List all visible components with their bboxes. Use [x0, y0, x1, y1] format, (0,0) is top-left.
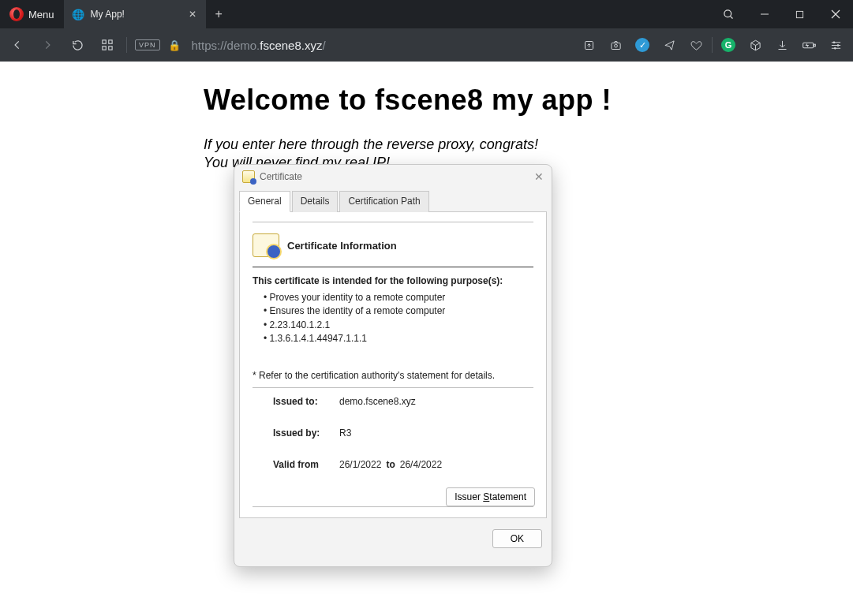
issued-to-value: demo.fscene8.xyz — [339, 396, 416, 407]
browser-tab-active[interactable]: 🌐 My App! ✕ — [64, 0, 206, 28]
certificate-icon — [242, 170, 255, 183]
dialog-body: Certificate Information This certificate… — [239, 212, 547, 518]
purpose-item: Ensures the identity of a remote compute… — [264, 304, 533, 318]
menu-button[interactable]: Menu — [0, 0, 64, 28]
window-minimize-button[interactable] — [746, 0, 782, 28]
issuer-statement-button[interactable]: Issuer Statement — [446, 487, 535, 506]
svg-point-21 — [833, 41, 835, 43]
dialog-tabstrip: General Details Certification Path — [239, 190, 547, 212]
page-line-1: If you enter here through the reverse pr… — [204, 136, 853, 154]
easy-setup-icon[interactable] — [825, 34, 847, 56]
purpose-heading: This certificate is intended for the fol… — [253, 275, 533, 286]
tab-certification-path[interactable]: Certification Path — [339, 191, 428, 212]
send-icon[interactable] — [658, 34, 680, 56]
window-controls — [711, 0, 853, 28]
separator — [126, 37, 127, 53]
purpose-item: 1.3.6.1.4.1.44947.1.1.1 — [264, 332, 533, 345]
svg-rect-17 — [814, 44, 815, 47]
separator — [253, 387, 533, 388]
tab-title: My App! — [91, 9, 125, 20]
purpose-item: Proves your identity to a remote compute… — [264, 291, 533, 304]
download-icon[interactable] — [771, 34, 793, 56]
window-close-button[interactable] — [817, 0, 853, 28]
heart-icon[interactable] — [685, 34, 707, 56]
nav-back-button[interactable] — [6, 34, 28, 56]
opera-logo-icon — [9, 7, 24, 21]
menu-label: Menu — [28, 9, 54, 21]
dialog-close-icon[interactable]: ✕ — [534, 170, 544, 183]
url-subdomain: demo. — [227, 39, 260, 52]
svg-point-13 — [614, 44, 617, 47]
valid-from-label: Valid from — [273, 459, 339, 470]
svg-rect-9 — [109, 47, 112, 50]
issued-by-value: R3 — [339, 427, 351, 439]
issued-by-label: Issued by: — [273, 427, 339, 439]
new-tab-button[interactable]: + — [206, 0, 232, 28]
valid-from-value: 26/1/2022 — [339, 459, 381, 470]
snapshot-icon[interactable] — [604, 34, 627, 56]
address-bar: VPN 🔒 https://demo.fscene8.xyz/ ✓ G — [0, 28, 853, 62]
battery-icon[interactable] — [798, 34, 820, 56]
purpose-item: 2.23.140.1.2.1 — [264, 319, 533, 332]
svg-point-22 — [837, 44, 839, 46]
dialog-titlebar: Certificate ✕ — [234, 165, 552, 189]
dialog-title: Certificate — [260, 171, 302, 182]
certificate-large-icon — [253, 233, 279, 257]
vpn-badge[interactable]: VPN — [135, 39, 160, 50]
nav-forward-button[interactable] — [36, 34, 58, 56]
certificate-information-heading: Certificate Information — [287, 240, 397, 252]
grammarly-icon[interactable]: G — [717, 34, 739, 56]
url-scheme: https:// — [192, 39, 227, 52]
separator — [712, 37, 713, 53]
search-icon[interactable] — [711, 0, 746, 28]
svg-rect-12 — [611, 43, 619, 49]
valid-to-value: 26/4/2022 — [400, 459, 442, 470]
svg-line-1 — [730, 16, 732, 18]
reload-button[interactable] — [66, 34, 88, 56]
svg-rect-3 — [796, 11, 802, 17]
tab-general[interactable]: General — [239, 191, 290, 212]
url-display[interactable]: https://demo.fscene8.xyz/ — [192, 39, 326, 52]
share-icon[interactable] — [578, 34, 600, 56]
separator — [253, 267, 533, 267]
svg-rect-8 — [103, 47, 106, 50]
tab-details[interactable]: Details — [292, 191, 339, 212]
cube-icon[interactable] — [744, 34, 766, 56]
page-heading: Welcome to fscene8 my app ! — [204, 84, 853, 117]
svg-point-0 — [724, 9, 731, 17]
lock-icon[interactable]: 🔒 — [168, 39, 181, 51]
svg-point-23 — [834, 47, 836, 49]
dialog-footer: OK — [234, 523, 552, 548]
certificate-dialog: Certificate ✕ General Details Certificat… — [234, 164, 552, 567]
tab-close-icon[interactable]: ✕ — [189, 9, 196, 20]
issued-to-label: Issued to: — [273, 396, 339, 407]
window-maximize-button[interactable] — [782, 0, 817, 28]
svg-rect-7 — [109, 40, 112, 43]
globe-icon: 🌐 — [72, 9, 84, 21]
purpose-list: Proves your identity to a remote compute… — [264, 291, 533, 346]
refer-note: * Refer to the certification authority's… — [253, 370, 533, 381]
svg-rect-6 — [103, 40, 106, 43]
ok-button[interactable]: OK — [492, 529, 542, 548]
adblock-shield-icon[interactable]: ✓ — [631, 34, 653, 56]
browser-titlebar: Menu 🌐 My App! ✕ + — [0, 0, 853, 28]
valid-to-label: to — [386, 459, 395, 470]
url-path: / — [322, 39, 325, 52]
speed-dial-icon[interactable] — [96, 34, 118, 56]
url-host: fscene8.xyz — [260, 39, 322, 52]
